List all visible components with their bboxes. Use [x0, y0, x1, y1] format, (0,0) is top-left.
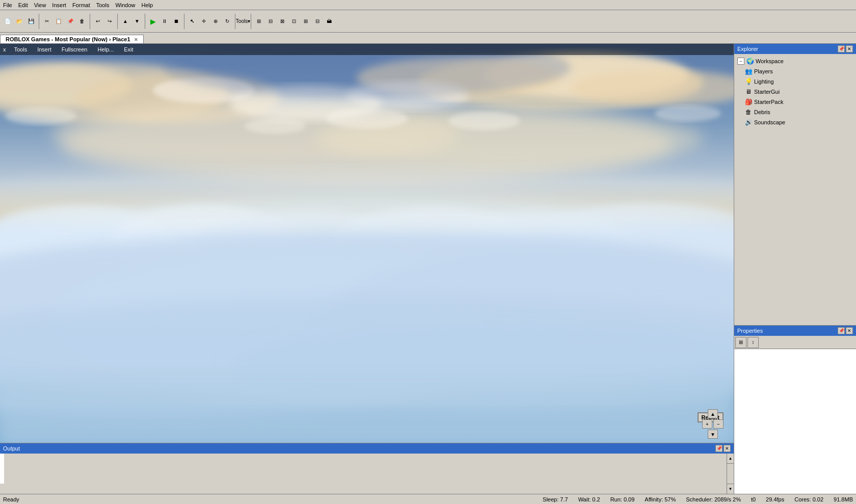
players-icon: 👥 — [744, 67, 753, 75]
properties-close-btn[interactable]: ✕ — [846, 327, 853, 334]
toolbar-new[interactable]: 📄 — [2, 16, 13, 27]
tab-place1[interactable]: ROBLOX Games - Most Popular (Now) › Plac… — [0, 35, 144, 43]
menu-format[interactable]: Format — [69, 1, 93, 9]
menu-help[interactable]: Help — [139, 1, 156, 9]
explorer-title: Explorer — [737, 46, 758, 52]
workspace-label: Workspace — [756, 58, 784, 64]
properties-content — [734, 349, 856, 504]
tab-close-icon[interactable]: ✕ — [134, 37, 138, 42]
tree-item-players[interactable]: 👥 Players — [735, 66, 855, 76]
toolbar-copy[interactable]: 📋 — [53, 16, 64, 27]
tree-item-debris[interactable]: 🗑 Debris — [735, 107, 855, 117]
toolbar-pause[interactable]: ⏸ — [159, 16, 170, 27]
toolbar-open[interactable]: 📂 — [14, 16, 25, 27]
toolbar-tools-dropdown[interactable]: Tools▾ — [237, 16, 249, 27]
toolbar-paste[interactable]: 📌 — [65, 16, 76, 27]
workspace-expand[interactable]: − — [737, 58, 744, 65]
properties-header-buttons: 📌 ✕ — [838, 327, 853, 334]
toolbar-cut[interactable]: ✂ — [41, 16, 52, 27]
toolbar-redo[interactable]: ↪ — [104, 16, 115, 27]
toolbar-transform-group: ▲ ▼ — [120, 16, 143, 27]
output-scrollbar[interactable]: ▲ ▼ — [727, 454, 734, 494]
status-ready: Ready — [3, 496, 19, 502]
toolbar-view-3[interactable]: ⊠ — [277, 16, 288, 27]
toolbar-move-down[interactable]: ▼ — [131, 16, 143, 27]
toolbar-select[interactable]: ↖ — [186, 16, 198, 27]
toolbar-edit-group: ✂ 📋 📌 🗑 — [41, 16, 88, 27]
status-time: t0 — [751, 496, 756, 502]
tree-item-lighting[interactable]: 💡 Lighting — [735, 76, 855, 87]
ingame-insert[interactable]: Insert — [32, 45, 57, 54]
toolbar-terrain[interactable]: 🏔 — [324, 16, 335, 27]
scrollbar-down-btn[interactable]: ▼ — [727, 484, 734, 494]
scrollbar-up-btn[interactable]: ▲ — [727, 454, 734, 464]
properties-pin-btn[interactable]: 📌 — [838, 327, 845, 334]
toolbar-rotate[interactable]: ↻ — [222, 16, 233, 27]
toolbar-view-1[interactable]: ⊞ — [253, 16, 264, 27]
tree-item-starterpack[interactable]: 🎒 StarterPack — [735, 97, 855, 107]
right-panel: Explorer 📌 ✕ − 🌍 Workspace 👥 Players — [734, 44, 856, 504]
ingame-close-btn[interactable]: x — [0, 45, 9, 54]
tree-item-startergui[interactable]: 🖥 StarterGui — [735, 87, 855, 97]
starterpack-icon: 🎒 — [744, 98, 753, 106]
toolbar-undo-group: ↩ ↪ — [92, 16, 115, 27]
toolbar-save[interactable]: 💾 — [25, 16, 37, 27]
toolbar-play[interactable]: ▶ — [147, 16, 158, 27]
svg-point-33 — [0, 170, 734, 231]
props-sort-category-btn[interactable]: ⊞ — [735, 337, 746, 348]
toolbar-move[interactable]: ✛ — [198, 16, 209, 27]
output-panel: Output 📌 ✕ ▲ ▼ — [0, 443, 734, 494]
explorer-pin-btn[interactable]: 📌 — [838, 45, 845, 52]
toolbar-move-up[interactable]: ▲ — [120, 16, 131, 27]
toolbar-delete[interactable]: 🗑 — [76, 16, 88, 27]
viewport-area: x Tools Insert Fullscreen Help... Exit R… — [0, 44, 734, 443]
toolbar-view-5[interactable]: ⊞ — [300, 16, 311, 27]
camera-down-row: ▼ — [702, 430, 724, 439]
toolbar-scale[interactable]: ⊕ — [210, 16, 221, 27]
toolbar-view-2[interactable]: ⊟ — [265, 16, 276, 27]
properties-panel: Properties 📌 ✕ ⊞ ↕ — [734, 326, 856, 504]
sep-2 — [90, 14, 90, 29]
tree-item-soundscape[interactable]: 🔊 Soundscape — [735, 117, 855, 127]
camera-up-btn[interactable]: ▲ — [708, 409, 718, 418]
workspace-icon: 🌍 — [746, 57, 754, 65]
status-cores: Cores: 0.02 — [794, 496, 823, 502]
menu-tools[interactable]: Tools — [93, 1, 113, 9]
startergui-icon: 🖥 — [744, 88, 753, 96]
explorer-close-btn[interactable]: ✕ — [846, 45, 853, 52]
output-close-btn[interactable]: ✕ — [724, 445, 731, 452]
toolbar-view-4[interactable]: ⊡ — [288, 16, 300, 27]
toolbar-view-6[interactable]: ⊟ — [312, 16, 323, 27]
startergui-label: StarterGui — [754, 89, 780, 95]
ingame-exit[interactable]: Exit — [119, 45, 138, 54]
menu-view[interactable]: View — [31, 1, 49, 9]
toolbar-stop[interactable]: ⏹ — [171, 16, 182, 27]
menu-window[interactable]: Window — [112, 1, 138, 9]
soundscape-label: Soundscape — [754, 119, 785, 125]
camera-lr-row: + − — [702, 419, 724, 429]
status-affinity: Affinity: 57% — [645, 496, 676, 502]
properties-header: Properties 📌 ✕ — [734, 326, 856, 336]
props-sort-alpha-btn[interactable]: ↕ — [747, 337, 759, 348]
svg-point-34 — [326, 109, 408, 129]
debris-icon: 🗑 — [744, 108, 753, 116]
ingame-help[interactable]: Help... — [92, 45, 119, 54]
ingame-fullscreen[interactable]: Fullscreen — [57, 45, 93, 54]
tab-bar: ROBLOX Games - Most Popular (Now) › Plac… — [0, 33, 856, 44]
tree-item-workspace[interactable]: − 🌍 Workspace — [735, 56, 855, 66]
camera-zoom-out-btn[interactable]: − — [713, 419, 724, 429]
status-right: Sleep: 7.7 Wait: 0.2 Run: 0.09 Affinity:… — [543, 496, 853, 502]
camera-down-btn[interactable]: ▼ — [708, 430, 718, 439]
ingame-tools[interactable]: Tools — [9, 45, 33, 54]
svg-point-35 — [245, 119, 306, 134]
output-pin-btn[interactable]: 📌 — [715, 445, 723, 452]
toolbar-undo[interactable]: ↩ — [92, 16, 103, 27]
svg-point-38 — [5, 108, 76, 125]
menu-file[interactable]: File — [0, 1, 15, 9]
menu-insert[interactable]: Insert — [49, 1, 69, 9]
menu-edit[interactable]: Edit — [15, 1, 31, 9]
sep-5 — [184, 14, 184, 29]
status-wait: Wait: 0.2 — [578, 496, 600, 502]
svg-point-36 — [448, 112, 520, 130]
camera-zoom-in-btn[interactable]: + — [702, 419, 712, 429]
